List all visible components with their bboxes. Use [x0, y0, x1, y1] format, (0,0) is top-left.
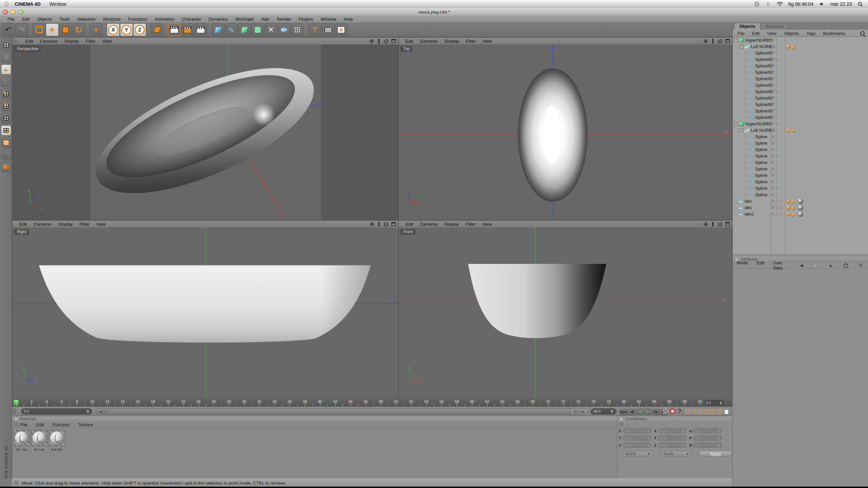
enable-toggle[interactable]: ✓: [779, 135, 782, 139]
layer-dot[interactable]: [771, 77, 774, 80]
menu-item-animation[interactable]: Animation: [155, 17, 174, 22]
texture-mode-icon[interactable]: [1, 138, 11, 148]
coordinate-mode-dropdown[interactable]: Scale▾: [660, 451, 691, 457]
ruler-frame-field[interactable]: 0 F: [704, 400, 724, 406]
visibility-dots[interactable]: [776, 167, 777, 171]
add-nurbs-icon[interactable]: [238, 23, 251, 36]
layer-dot[interactable]: [771, 39, 774, 42]
material-sphere-thumbnail[interactable]: [31, 430, 47, 446]
visibility-dots[interactable]: [776, 193, 777, 197]
visibility-dots[interactable]: [776, 83, 777, 87]
menu-item-objects[interactable]: Objects: [37, 17, 52, 22]
enable-toggle[interactable]: ✓: [779, 141, 782, 146]
spline-object-icon[interactable]: [750, 116, 754, 119]
layer-dot[interactable]: [771, 142, 774, 145]
object-name[interactable]: HyperNURBS: [745, 121, 772, 126]
xpresso-icon[interactable]: [321, 23, 334, 36]
panel-grip[interactable]: [13, 409, 16, 414]
layer-dot[interactable]: [771, 148, 774, 151]
layer-dot[interactable]: [771, 52, 774, 55]
expander-icon[interactable]: [739, 45, 743, 48]
move-icon[interactable]: +: [46, 23, 59, 36]
maximize-icon[interactable]: [725, 222, 730, 226]
object-name[interactable]: Spline: [755, 192, 767, 197]
panel-grip[interactable]: [14, 481, 18, 485]
pan-icon[interactable]: [369, 222, 374, 227]
menu-item-file[interactable]: File: [737, 31, 745, 36]
layer-dot[interactable]: [771, 90, 774, 93]
menu-item-filter[interactable]: Filter: [80, 222, 90, 227]
visibility-dots[interactable]: [776, 58, 777, 62]
plane-object-icon[interactable]: [738, 207, 744, 209]
spline-object-icon[interactable]: [750, 141, 754, 145]
viewport-canvas-right[interactable]: Right Z: [13, 227, 398, 398]
menu-item-filter[interactable]: Filter: [466, 39, 476, 44]
spline-object-icon[interactable]: [750, 70, 754, 74]
range-end-handle[interactable]: 90 F ▶: [570, 409, 588, 414]
visibility-dots[interactable]: [776, 122, 777, 126]
add-scene-icon[interactable]: [278, 23, 291, 36]
pan-icon[interactable]: [369, 39, 374, 44]
rotate-icon[interactable]: ↻: [72, 23, 85, 36]
zoom-icon[interactable]: [377, 222, 381, 227]
spline-object-icon[interactable]: [750, 186, 754, 190]
enable-toggle[interactable]: ✕: [779, 199, 782, 204]
point-mode-icon[interactable]: [1, 89, 11, 99]
panel-grip[interactable]: [14, 39, 17, 43]
lock-icon[interactable]: [844, 264, 848, 268]
coordinate-field-y[interactable]: 0 m: [658, 435, 687, 441]
viewport-canvas-perspective[interactable]: Perspective: [13, 44, 398, 220]
layer-dot[interactable]: [771, 212, 774, 216]
menu-item-display[interactable]: Display: [58, 222, 73, 227]
menu-item-tags[interactable]: Tags: [806, 31, 815, 36]
apple-menu-icon[interactable]: : [5, 1, 8, 7]
enable-toggle[interactable]: ✓: [779, 192, 782, 197]
object-tree-row-spline[interactable]: Spline✓: [733, 172, 868, 179]
menu-item-file[interactable]: File: [20, 422, 27, 427]
material-name[interactable]: dall'alto: [49, 447, 65, 452]
enable-toggle[interactable]: ✓: [779, 109, 782, 114]
layer-dot[interactable]: [771, 58, 774, 61]
enable-toggle[interactable]: ✓: [779, 102, 782, 107]
viewport-label[interactable]: Top: [400, 46, 412, 52]
object-tree-row-spline[interactable]: Spline✓: [733, 191, 868, 198]
link-icon[interactable]: 8: [860, 263, 862, 268]
enable-toggle[interactable]: ✓: [779, 128, 782, 133]
menu-item-character[interactable]: Character: [182, 17, 201, 22]
key-position-toggle[interactable]: +: [685, 409, 691, 414]
visibility-dots[interactable]: [776, 77, 777, 81]
enable-toggle[interactable]: ✓: [779, 83, 782, 88]
object-tree-row-hypernurbs[interactable]: HyperNURBS✓: [733, 37, 868, 43]
make-editable-icon[interactable]: ◍: [1, 52, 11, 62]
coord-sys-icon[interactable]: [151, 23, 163, 36]
visibility-dots[interactable]: [776, 96, 777, 100]
phong-tag-icon[interactable]: [791, 207, 795, 210]
object-tree-row-spline[interactable]: Spline✓: [733, 185, 868, 191]
material-sphere-thumbnail[interactable]: [14, 430, 30, 446]
material-item[interactable]: dal lato: [14, 430, 30, 452]
render-picture-viewer-icon[interactable]: [181, 23, 194, 36]
visibility-dots[interactable]: [776, 109, 777, 113]
spline-object-icon[interactable]: [750, 64, 754, 68]
skip-start-button[interactable]: ◀◀: [620, 409, 627, 415]
visibility-dots[interactable]: [776, 90, 777, 94]
menu-item-view[interactable]: View: [102, 39, 112, 44]
phong-tag-icon[interactable]: [786, 45, 790, 49]
menu-item-cameras[interactable]: Cameras: [40, 39, 58, 44]
visibility-dots[interactable]: [776, 161, 777, 165]
object-tree-row-loft-nurbs[interactable]: Loft NURBS✓: [733, 127, 868, 134]
phong-tag-icon[interactable]: [786, 199, 790, 203]
object-name[interactable]: Spline: [755, 179, 767, 184]
pan-icon[interactable]: [703, 222, 708, 227]
object-tree-row-splineint[interactable]: SplineINT✓: [733, 56, 868, 63]
undo-icon[interactable]: ↶: [2, 23, 15, 36]
volume-icon[interactable]: [819, 1, 825, 7]
menu-item-selection[interactable]: Selection: [77, 17, 95, 22]
enable-toggle[interactable]: ✓: [779, 44, 782, 49]
rotate-icon[interactable]: [383, 39, 389, 44]
expander-icon[interactable]: [734, 122, 738, 126]
menu-item-functions[interactable]: Functions: [128, 17, 147, 22]
record-button[interactable]: [663, 408, 668, 414]
menu-item-render[interactable]: Render: [277, 17, 291, 22]
menu-window[interactable]: Window: [50, 1, 66, 7]
